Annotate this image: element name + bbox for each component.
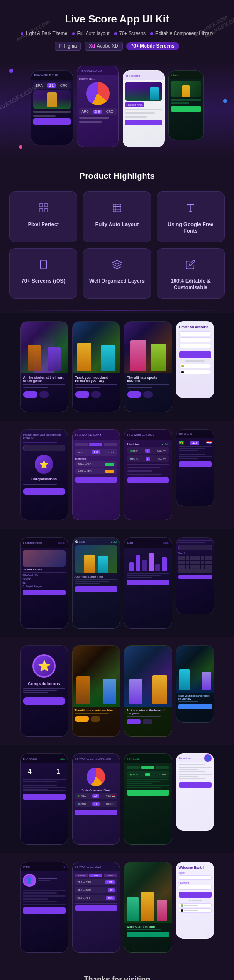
scoreboard-btn[interactable] (23, 794, 66, 800)
screens-label: 70+ Screens (iOS) (15, 278, 71, 284)
star-icon: ⭐ (35, 455, 53, 474)
badge-screens: 70+ Screens (114, 31, 146, 36)
vs-label: — (42, 769, 46, 774)
screen-sport-3: The ultimate sports machine (72, 645, 120, 737)
auto-layout-label: Fully Auto Layout (89, 221, 145, 227)
google-fonts-icon (182, 199, 199, 216)
pixel-perfect-label: Pixel Perfect (15, 221, 71, 227)
keyboard-search-btn[interactable] (178, 575, 212, 579)
highlight-image (124, 862, 172, 923)
screen-sport-story-1: All the stories at the heart of the game (20, 321, 68, 412)
account-header: Account Info 👤 (176, 754, 214, 762)
deco-dot-2 (223, 99, 227, 103)
continue-btn-2[interactable] (23, 697, 65, 705)
explore-btn (23, 391, 37, 398)
sport-3-headline: The ultimate sports machine (75, 709, 117, 712)
mock-bar-light-3 (125, 116, 147, 118)
recent-search-4: C. English League (23, 585, 66, 588)
also-from-label: Also from quarter Final (75, 575, 117, 578)
sport-5-btn[interactable] (178, 704, 212, 709)
big-sport-image (75, 545, 117, 573)
layers-icon (109, 256, 125, 273)
friday-quarter: Friday's quarter Final (75, 789, 117, 791)
screen-register: Please enter your Registration email ID … (20, 429, 68, 520)
hero-phone-4: ● LIVE (168, 70, 204, 140)
screen-stats: Goal Stats (124, 537, 172, 629)
name-input[interactable] (179, 875, 212, 880)
fifa-matches-btn[interactable] (75, 905, 117, 911)
gallery-row-6: Profile ⚙ 👤 (0, 858, 234, 957)
sport-image-3 (73, 646, 120, 707)
email-input-dark[interactable] (23, 445, 65, 451)
stats-btn[interactable] (127, 580, 169, 585)
highlight-btn[interactable] (127, 932, 169, 937)
register-label: Please enter your Registration email ID (23, 433, 65, 439)
sport-image-area-3 (124, 322, 172, 373)
sport-4-btn[interactable] (127, 719, 141, 724)
screen-featured-news: Featured News See all Recent Search FIFA… (20, 537, 68, 629)
score-1: 2-1 (47, 83, 56, 88)
badge-dot-3 (114, 32, 117, 35)
screen-profile-dark: Profile ⚙ 👤 (20, 862, 68, 953)
read-more-btn[interactable] (75, 586, 117, 592)
gallery-row-3: Featured News See all Recent Search FIFA… (0, 534, 234, 632)
gallery-section-1: All the stories at the heart of the game… (0, 313, 234, 421)
social-btn-google[interactable] (179, 364, 211, 368)
apple-signin[interactable] (179, 908, 212, 913)
gallery-section-3: Featured News See all Recent Search FIFA… (0, 529, 234, 637)
live-image (171, 81, 201, 97)
signin-btn[interactable] (179, 892, 212, 898)
continue-btn[interactable] (23, 488, 65, 495)
keyboard-space[interactable] (178, 569, 212, 573)
profile-avatar: 👤 (23, 874, 36, 887)
name-label: Name (179, 871, 212, 874)
world-cup-btn[interactable] (75, 810, 117, 815)
sport-3-btn[interactable] (75, 716, 89, 722)
view-match-btn[interactable] (127, 477, 169, 483)
screen-sport-4: All the stories at the heart of the game (124, 645, 172, 737)
highlights-title: Product Highlights (9, 171, 225, 181)
google-signin[interactable] (179, 903, 212, 907)
highlight-title: World Cup Highlights (127, 925, 169, 928)
figma-badge: F Figma (55, 42, 81, 51)
profile-header: Profile ⚙ (21, 862, 68, 871)
congrats-title-2: Congratulations (23, 681, 65, 686)
pixel-perfect-icon (35, 199, 52, 216)
mock-bar-1 (33, 111, 71, 113)
featured-tag: Featured News (125, 102, 145, 107)
profile-btn[interactable] (23, 907, 66, 914)
svg-rect-0 (39, 204, 42, 207)
section-divider-1 (9, 310, 225, 311)
svg-rect-4 (113, 204, 121, 212)
mock-bar-3 (79, 117, 109, 119)
svg-rect-1 (44, 204, 47, 207)
match-score-value: 3-0 (92, 450, 100, 454)
highlight-pixel-perfect: Pixel Perfect (9, 191, 77, 242)
fifa-header-4: FIFA WORLD CUP 2022 (73, 862, 120, 871)
account-save-btn[interactable] (179, 782, 212, 788)
social-btn-apple[interactable] (179, 370, 211, 374)
signup-btn[interactable] (179, 351, 211, 358)
match-detail-btn[interactable] (179, 461, 212, 467)
news-header: Featured News See all (21, 538, 68, 548)
search-field[interactable] (178, 545, 212, 550)
highlights-grid: Pixel Perfect Fully Auto Layout (9, 191, 225, 299)
view-all-btn[interactable] (75, 477, 117, 483)
avatar-icon: 👤 (204, 754, 212, 762)
screen-scoreboard: BRA vs CRO LIVE 4 — 1 (20, 753, 68, 845)
badge-layout: Full Auto-layout (72, 31, 110, 36)
live-tag: ● Live (111, 541, 117, 543)
live-label: Live Line (127, 443, 139, 446)
search-btn[interactable] (23, 590, 66, 595)
reflect-btn (75, 391, 89, 398)
score-right: 1 (56, 768, 60, 775)
mobile-screens-badge: 70+ Mobile Screens (126, 42, 179, 50)
mock-bar-green-2 (171, 102, 189, 104)
score-left: 4 (28, 768, 32, 775)
news-title: Recent Search (23, 568, 66, 571)
screen-congrats: FIFA WORLD CUP ● ARG 3-0 CRO Matches BRA… (72, 429, 120, 520)
green-btn[interactable] (127, 790, 169, 796)
stats-header: Goal Stats (124, 538, 172, 548)
screen-sports-machine: The ultimate sports machine (124, 321, 172, 412)
pass-input[interactable] (179, 885, 212, 890)
